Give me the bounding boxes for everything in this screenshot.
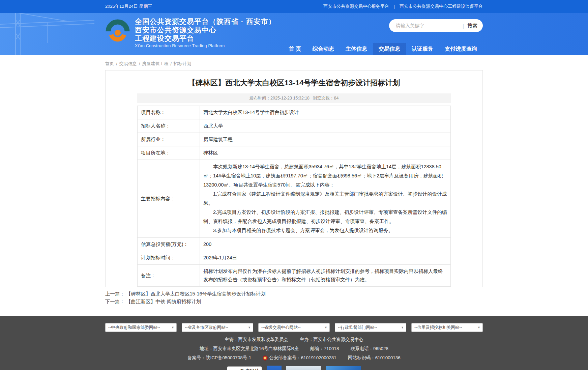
current-date: 2025年12月24日 星期三 [105, 3, 152, 9]
platform-title-english: Xi'an Construction Resource Trading Plat… [135, 44, 276, 48]
platform-logo-icon [105, 17, 130, 44]
select-trading-center-sites[interactable]: --省级交易中心网站-- ▼ [258, 323, 330, 332]
table-row: 估算总投资额(万元)： 200 [138, 238, 451, 251]
site-logo-and-title[interactable]: 全国公共资源交易平台（陕西省 · 西安市） 西安市公共资源交易中心 工程建设交易… [105, 17, 276, 48]
nav-item-entity-info[interactable]: 主体信息 [340, 43, 373, 55]
prev-article-row: 上一篇： 【碑林区】西北大学太白校区15-16号学生宿舍初步设计招标计划 [105, 290, 483, 298]
prev-article-label: 上一篇： [105, 291, 125, 296]
article-meta-bar: 发布时间：2025-12-23 15:32:18 浏览次数：84 [137, 93, 451, 103]
row-label-location: 项目所在地： [138, 146, 200, 160]
main-navigation: 首 页 综合动态 主体信息 交易信息 认证服务 支付进度查询 [283, 43, 483, 55]
select-central-government-sites-control[interactable]: --中央政府和国家部委网站-- [105, 323, 177, 332]
nav-item-certification[interactable]: 认证服务 [406, 43, 439, 55]
nav-item-payment-progress[interactable]: 支付进度查询 [439, 43, 483, 55]
row-value-investment: 200 [200, 238, 451, 251]
breadcrumb-separator: / [170, 61, 172, 66]
table-row: 备注： 招标计划发布内容仅作为潜在投标人提前了解招标人初步招标计划安排的参考，招… [138, 265, 451, 287]
row-label-main-content: 主要招标内容： [138, 160, 200, 238]
publish-time: 发布时间：2025-12-23 15:32:18 [249, 95, 310, 101]
select-credit-bidding-sites-control[interactable]: --信用及招投标相关网站-- [411, 323, 483, 332]
platform-title-line3: 工程建设交易平台 [135, 34, 276, 42]
find-error-badge-line1: 政府网站 [241, 368, 260, 370]
supervisor-info: 主管：西安市发展和改革委员会 [225, 337, 288, 343]
breadcrumb-trade-info[interactable]: 交易信息 [119, 61, 137, 67]
postcode-info: 邮编：710018 [310, 346, 339, 352]
select-credit-bidding-sites[interactable]: --信用及招投标相关网站-- ▼ [411, 323, 483, 332]
address-info: 地址：西安市未央区文景北路16号白桦林国际B座 [200, 346, 299, 352]
row-value-tenderer: 西北大学 [200, 119, 451, 133]
nav-item-news[interactable]: 综合动态 [307, 43, 340, 55]
row-value-project-name: 西北大学太白校区13-14号学生宿舍初步设计 [200, 106, 451, 119]
police-record-wrap: 公安部备案号：61019102000281 [263, 355, 336, 361]
view-count: 浏览次数：84 [313, 95, 339, 101]
gov-site-error-report-badge[interactable]: 政府网站 找错 [227, 366, 262, 370]
content-paragraph: 1.完成符合国家《建筑工程设计文件编制深度规定》及相关主管部门审批要求的方案设计… [203, 190, 447, 208]
footer-registration-line: 备案号：陕ICP备05000708号-1 公安部备案号：610191020002… [105, 355, 483, 361]
prev-article-link[interactable]: 【碑林区】西北大学太白校区15-16号学生宿舍初步设计招标计划 [126, 291, 266, 296]
row-label-remark: 备注： [138, 265, 200, 287]
shaanxi-trading-company-badge[interactable]: 陕西省公共资源 交易服务有限公司 [286, 366, 321, 370]
row-label-tenderer: 招标人名称： [138, 119, 200, 133]
row-value-remark: 招标计划发布内容仅作为潜在投标人提前了解招标人初步招标计划安排的参考，招标项目实… [200, 265, 451, 287]
breadcrumb: 首页 / 交易信息 / 房屋建筑工程 / 招标计划 [105, 61, 483, 67]
service-platform-link[interactable]: 西安市公共资源交易中心服务平台 [323, 3, 389, 9]
site-header: 全国公共资源交易平台（陕西省 · 西安市） 西安市公共资源交易中心 工程建设交易… [0, 13, 588, 55]
prev-next-navigation: 上一篇： 【碑林区】西北大学太白校区15-16号学生宿舍初步设计招标计划 下一篇… [105, 290, 483, 306]
police-record: 公安部备案号：61019102000281 [269, 355, 336, 361]
next-article-link[interactable]: 【曲江新区】中铁·阅筑府招标计划 [126, 299, 201, 304]
breadcrumb-bid-plan[interactable]: 招标计划 [174, 61, 191, 67]
footer-contact-line: 地址：西安市未央区文景北路16号白桦林国际B座 邮编：710018 联系电话：9… [105, 346, 483, 352]
site-identification-code: 网站标识码：6101000136 [348, 355, 401, 361]
content-paragraph: 2.完成项目方案设计、初步设计阶段的方案汇报、报批报建、初步设计评审、专项审查备… [203, 208, 447, 226]
sitemap-badge[interactable]: 网站地图 [326, 366, 361, 370]
content-paragraph: 3.参加与本项目相关的各项技术专题会、方案评审会，为发包人提供设计咨询服务。 [203, 226, 447, 235]
breadcrumb-separator: / [116, 61, 117, 66]
table-row: 招标人名称： 西北大学 [138, 119, 451, 133]
table-row: 所属行业： 房屋建筑工程 [138, 133, 451, 146]
article-title: 【碑林区】西北大学太白校区13-14号学生宿舍初步设计招标计划 [116, 78, 472, 88]
phone-info: 联系电话：965028 [351, 346, 389, 352]
row-label-industry: 所属行业： [138, 133, 200, 146]
next-article-label: 下一篇： [105, 299, 125, 304]
organizer-info: 主办：西安市公共资源交易中心 [300, 337, 363, 343]
table-row: 项目所在地： 碑林区 [138, 146, 451, 160]
select-supervision-department-sites-control[interactable]: --行政监督部门网站-- [335, 323, 406, 332]
nav-item-trade-info[interactable]: 交易信息 [373, 43, 406, 55]
content-paragraph: 本次规划新建13-14号学生宿舍，总建筑面积35934.76㎡，其中13#学生宿… [203, 162, 447, 190]
nav-item-home[interactable]: 首 页 [283, 43, 307, 55]
search-input[interactable] [396, 23, 459, 28]
breadcrumb-building-engineering[interactable]: 房屋建筑工程 [142, 61, 168, 67]
breadcrumb-home[interactable]: 首页 [105, 61, 114, 67]
footer-badges: 政府网站 找错 事业单位 陕西省公共资源 交易服务有限公司 网站地图 [105, 366, 483, 370]
table-row: 项目名称： 西北大学太白校区13-14号学生宿舍初步设计 [138, 106, 451, 119]
breadcrumb-separator: / [139, 61, 140, 66]
topbar-divider: | [394, 4, 395, 9]
search-button[interactable]: 搜索 [467, 23, 477, 29]
public-institution-badge[interactable]: 事业单位 [267, 366, 282, 370]
friendly-links-row: --中央政府和国家部委网站-- ▼ --省及各市区政府网站-- ▼ --省级交易… [105, 323, 483, 332]
icp-record: 备案号：陕ICP备05000708号-1 [187, 355, 251, 361]
select-provincial-government-sites[interactable]: --省及各市区政府网站-- ▼ [182, 323, 253, 332]
search-divider: | [463, 23, 464, 29]
row-value-plan-date: 2026年1月24日 [200, 251, 451, 265]
next-article-row: 下一篇： 【曲江新区】中铁·阅筑府招标计划 [105, 298, 483, 306]
select-provincial-government-sites-control[interactable]: --省及各市区政府网站-- [182, 323, 253, 332]
row-label-plan-date: 计划招标时间： [138, 251, 200, 265]
row-value-main-content: 本次规划新建13-14号学生宿舍，总建筑面积35934.76㎡，其中13#学生宿… [200, 160, 451, 238]
footer-org-line: 主管：西安市发展和改革委员会 主办：西安市公共资源交易中心 [105, 337, 483, 343]
police-emblem-icon [263, 355, 268, 361]
platform-title-line1: 全国公共资源交易平台（陕西省 · 西安市） [135, 17, 276, 26]
project-detail-table: 项目名称： 西北大学太白校区13-14号学生宿舍初步设计 招标人名称： 西北大学… [137, 106, 451, 287]
top-utility-bar: 2025年12月24日 星期三 西安市公共资源交易中心服务平台 | 西安市公共资… [0, 0, 588, 13]
select-trading-center-sites-control[interactable]: --省级交易中心网站-- [258, 323, 330, 332]
select-central-government-sites[interactable]: --中央政府和国家部委网站-- ▼ [105, 323, 177, 332]
row-label-project-name: 项目名称： [138, 106, 200, 119]
table-row: 计划招标时间： 2026年1月24日 [138, 251, 451, 265]
site-footer: --中央政府和国家部委网站-- ▼ --省及各市区政府网站-- ▼ --省级交易… [0, 316, 588, 370]
row-value-industry: 房屋建筑工程 [200, 133, 451, 146]
select-supervision-department-sites[interactable]: --行政监督部门网站-- ▼ [335, 323, 406, 332]
row-label-investment: 估算总投资额(万元)： [138, 238, 200, 251]
supervision-platform-link[interactable]: 西安市公共资源交易中心工程建设监督平台 [400, 3, 483, 9]
platform-title-line2: 西安市公共资源交易中心 [135, 26, 276, 34]
table-row: 主要招标内容： 本次规划新建13-14号学生宿舍，总建筑面积35934.76㎡，… [138, 160, 451, 238]
